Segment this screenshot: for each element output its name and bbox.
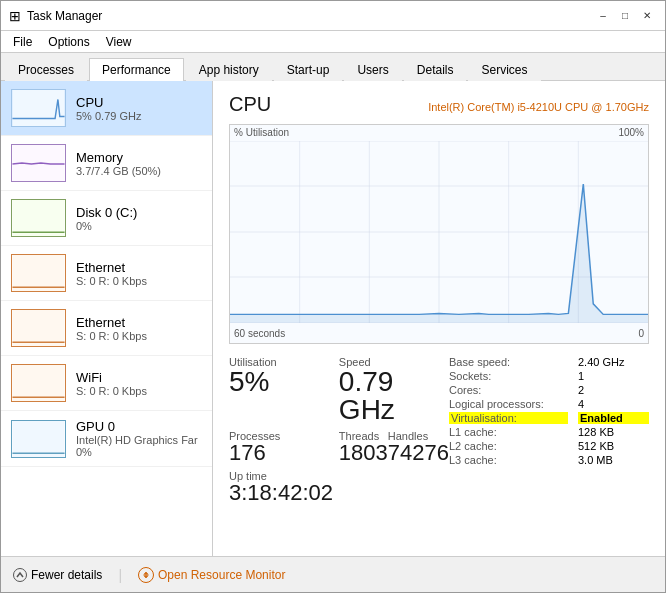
sockets-value: 1 — [578, 370, 649, 382]
cpu-stat: 5% 0.79 GHz — [76, 110, 202, 122]
eth1-stat: S: 0 R: 0 Kbps — [76, 275, 202, 287]
l2-value: 512 KB — [578, 440, 649, 452]
app-icon: ⊞ — [9, 8, 21, 24]
details-panel: Base speed: 2.40 GHz Sockets: 1 Cores: 2… — [449, 356, 649, 504]
tab-bar: Processes Performance App history Start-… — [1, 53, 665, 81]
sockets-label: Sockets: — [449, 370, 568, 382]
tab-services[interactable]: Services — [468, 58, 540, 81]
l1-label: L1 cache: — [449, 426, 568, 438]
sidebar-item-cpu[interactable]: CPU 5% 0.79 GHz — [1, 81, 212, 136]
tab-details[interactable]: Details — [404, 58, 467, 81]
wifi-label: WiFi — [76, 370, 202, 385]
title-bar-left: ⊞ Task Manager — [9, 8, 102, 24]
menu-file[interactable]: File — [5, 33, 40, 51]
maximize-button[interactable]: □ — [615, 6, 635, 26]
sidebar-item-disk[interactable]: Disk 0 (C:) 0% — [1, 191, 212, 246]
menu-view[interactable]: View — [98, 33, 140, 51]
svg-rect-3 — [12, 255, 64, 291]
sidebar-item-eth1[interactable]: Ethernet S: 0 R: 0 Kbps — [1, 246, 212, 301]
sidebar: CPU 5% 0.79 GHz Memory 3.7/7.4 GB (50%) — [1, 81, 213, 556]
sidebar-item-eth2[interactable]: Ethernet S: 0 R: 0 Kbps — [1, 301, 212, 356]
l1-value: 128 KB — [578, 426, 649, 438]
l2-label: L2 cache: — [449, 440, 568, 452]
svg-rect-2 — [12, 200, 64, 236]
eth1-label: Ethernet — [76, 260, 202, 275]
gpu-info: GPU 0 Intel(R) HD Graphics Far 0% — [76, 419, 202, 458]
logical-label: Logical processors: — [449, 398, 568, 410]
chevron-up-icon — [13, 568, 27, 582]
chart-y-label: % Utilisation — [234, 127, 289, 138]
cpu-thumbnail — [11, 89, 66, 127]
memory-thumbnail — [11, 144, 66, 182]
chart-y-max: 100% — [618, 127, 644, 138]
utilisation-block: Utilisation 5% — [229, 356, 327, 424]
eth1-thumbnail — [11, 254, 66, 292]
stats-left: Utilisation 5% Speed 0.79 GHz Processes … — [229, 356, 449, 504]
tab-users[interactable]: Users — [344, 58, 401, 81]
cpu-title: CPU — [229, 93, 271, 116]
details-grid: Base speed: 2.40 GHz Sockets: 1 Cores: 2… — [449, 356, 649, 466]
gpu-stat1: Intel(R) HD Graphics Far — [76, 434, 202, 446]
svg-rect-5 — [12, 365, 64, 401]
processes-value: 176 — [229, 442, 327, 464]
cpu-subtitle: Intel(R) Core(TM) i5-4210U CPU @ 1.70GHz — [428, 101, 649, 113]
speed-block: Speed 0.79 GHz — [339, 356, 449, 424]
threads-handles-block: Threads 1803 Handles 74276 — [339, 430, 449, 464]
stats-section: Utilisation 5% Speed 0.79 GHz Processes … — [229, 356, 649, 504]
speed-value: 0.79 GHz — [339, 368, 449, 424]
svg-rect-4 — [12, 310, 64, 346]
cpu-chart: % Utilisation 100% 60 seconds 0 — [229, 124, 649, 344]
disk-label: Disk 0 (C:) — [76, 205, 202, 220]
virt-value: Enabled — [578, 412, 649, 424]
menu-options[interactable]: Options — [40, 33, 97, 51]
tab-performance[interactable]: Performance — [89, 58, 184, 81]
chart-grid — [230, 141, 648, 323]
svg-rect-6 — [12, 421, 64, 457]
cores-label: Cores: — [449, 384, 568, 396]
gpu-stat2: 0% — [76, 446, 202, 458]
tab-app-history[interactable]: App history — [186, 58, 272, 81]
cpu-label: CPU — [76, 95, 202, 110]
task-manager-window: ⊞ Task Manager – □ ✕ File Options View P… — [0, 0, 666, 593]
utilisation-value: 5% — [229, 368, 327, 396]
stats-grid: Utilisation 5% Speed 0.79 GHz Processes … — [229, 356, 449, 504]
close-button[interactable]: ✕ — [637, 6, 657, 26]
wifi-stat: S: 0 R: 0 Kbps — [76, 385, 202, 397]
open-resource-monitor-link[interactable]: Open Resource Monitor — [138, 567, 285, 583]
gpu-label: GPU 0 — [76, 419, 202, 434]
menu-bar: File Options View — [1, 31, 665, 53]
memory-stat: 3.7/7.4 GB (50%) — [76, 165, 202, 177]
handles-value: 74276 — [388, 442, 449, 464]
memory-label: Memory — [76, 150, 202, 165]
sidebar-item-memory[interactable]: Memory 3.7/7.4 GB (50%) — [1, 136, 212, 191]
wifi-thumbnail — [11, 364, 66, 402]
fewer-details-button[interactable]: Fewer details — [13, 568, 102, 582]
cpu-info: CPU 5% 0.79 GHz — [76, 95, 202, 122]
tab-processes[interactable]: Processes — [5, 58, 87, 81]
window-title: Task Manager — [27, 9, 102, 23]
processes-block: Processes 176 — [229, 430, 327, 464]
threads-block: Threads 1803 — [339, 430, 388, 464]
eth2-thumbnail — [11, 309, 66, 347]
wifi-info: WiFi S: 0 R: 0 Kbps — [76, 370, 202, 397]
minimize-button[interactable]: – — [593, 6, 613, 26]
uptime-value: 3:18:42:02 — [229, 482, 449, 504]
disk-thumbnail — [11, 199, 66, 237]
memory-info: Memory 3.7/7.4 GB (50%) — [76, 150, 202, 177]
cpu-header: CPU Intel(R) Core(TM) i5-4210U CPU @ 1.7… — [229, 93, 649, 116]
sidebar-item-gpu[interactable]: GPU 0 Intel(R) HD Graphics Far 0% — [1, 411, 212, 467]
l3-label: L3 cache: — [449, 454, 568, 466]
tab-startup[interactable]: Start-up — [274, 58, 343, 81]
eth2-info: Ethernet S: 0 R: 0 Kbps — [76, 315, 202, 342]
open-resource-monitor-label: Open Resource Monitor — [158, 568, 285, 582]
window-controls: – □ ✕ — [593, 6, 657, 26]
fewer-details-label: Fewer details — [31, 568, 102, 582]
virt-label: Virtualisation: — [449, 412, 568, 424]
disk-info: Disk 0 (C:) 0% — [76, 205, 202, 232]
title-bar: ⊞ Task Manager – □ ✕ — [1, 1, 665, 31]
resource-monitor-icon — [138, 567, 154, 583]
disk-stat: 0% — [76, 220, 202, 232]
gpu-thumbnail — [11, 420, 66, 458]
sidebar-item-wifi[interactable]: WiFi S: 0 R: 0 Kbps — [1, 356, 212, 411]
handles-block: Handles 74276 — [388, 430, 449, 464]
